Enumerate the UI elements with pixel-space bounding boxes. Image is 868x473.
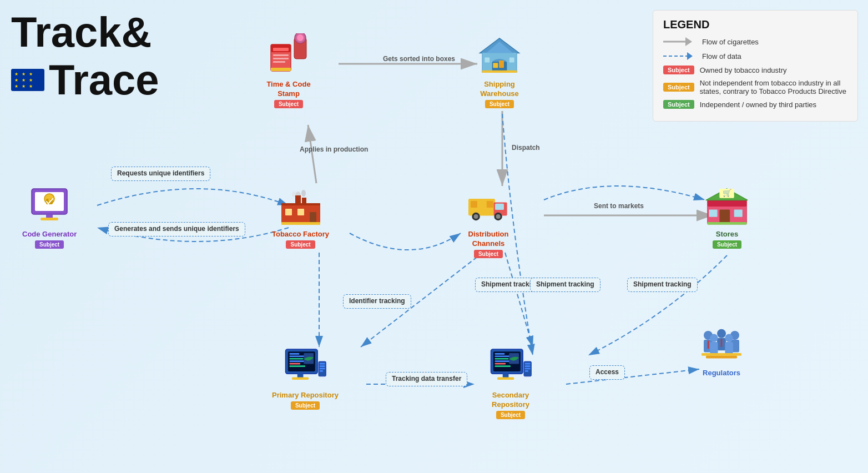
stores-icon: 🛒 bbox=[705, 183, 749, 228]
node-warehouse: Shipping Warehouse Subject bbox=[466, 33, 533, 108]
svg-rect-70 bbox=[290, 353, 300, 355]
secondary-repo-label: Secondary Repository bbox=[477, 391, 544, 410]
svg-rect-107 bbox=[710, 342, 718, 354]
legend-cigarettes-label: Flow of cigarettes bbox=[702, 38, 847, 46]
node-secondary-repo: Secondary Repository Subject bbox=[477, 344, 544, 419]
svg-rect-45 bbox=[509, 58, 514, 63]
badge-yellow-icon: Subject bbox=[663, 83, 694, 92]
svg-rect-83 bbox=[320, 370, 323, 372]
svg-rect-17 bbox=[46, 214, 53, 218]
svg-rect-25 bbox=[273, 54, 289, 56]
label-shipment2: Shipment tracking bbox=[530, 278, 600, 292]
secondary-repo-icon bbox=[488, 344, 533, 389]
svg-rect-72 bbox=[290, 358, 304, 360]
svg-rect-75 bbox=[290, 365, 305, 367]
primary-repo-icon bbox=[283, 344, 327, 389]
label-requests: Requests unique identifiers bbox=[111, 167, 210, 181]
factory-label: Tobacco Factory bbox=[272, 230, 329, 239]
legend-row-cigarettes: Flow of cigarettes bbox=[663, 37, 847, 47]
time-stamp-icon bbox=[266, 33, 311, 78]
svg-rect-36 bbox=[297, 209, 304, 215]
diagram-container: Track& Trace LEGEND Flow of cigarettes F… bbox=[0, 0, 868, 473]
svg-point-55 bbox=[496, 214, 501, 219]
secondary-repo-badge: Subject bbox=[496, 411, 525, 419]
svg-rect-24 bbox=[273, 48, 289, 51]
distribution-label: Distribution Channels bbox=[455, 230, 522, 249]
solid-arrow-icon bbox=[663, 37, 697, 47]
regulators-icon bbox=[699, 322, 744, 366]
svg-rect-93 bbox=[503, 374, 509, 378]
svg-rect-35 bbox=[285, 209, 292, 215]
svg-rect-57 bbox=[478, 201, 485, 208]
eu-flag-icon bbox=[11, 69, 44, 91]
svg-rect-26 bbox=[273, 58, 289, 59]
svg-rect-88 bbox=[495, 358, 509, 360]
svg-rect-67 bbox=[708, 222, 747, 225]
label-tracking-data: Tracking data transfer bbox=[386, 372, 467, 386]
regulators-label: Regulators bbox=[703, 369, 740, 378]
svg-rect-80 bbox=[320, 363, 325, 365]
dashed-arrow-icon bbox=[663, 51, 697, 61]
svg-rect-94 bbox=[497, 378, 514, 380]
svg-point-53 bbox=[474, 214, 478, 219]
svg-rect-90 bbox=[495, 363, 506, 365]
svg-rect-113 bbox=[706, 356, 737, 359]
badge-green-icon: Subject bbox=[663, 100, 694, 109]
svg-point-21 bbox=[297, 34, 304, 41]
label-dispatch: Dispatch bbox=[506, 142, 546, 155]
warehouse-badge: Subject bbox=[485, 100, 514, 108]
label-access: Access bbox=[589, 365, 625, 380]
svg-rect-65 bbox=[709, 210, 718, 217]
badge-red-icon: Subject bbox=[663, 66, 694, 74]
node-distribution: Distribution Channels Subject bbox=[455, 183, 522, 258]
code-generator-label: Code Generator bbox=[22, 230, 77, 239]
legend-row-independent: Subject Independent / owned by third par… bbox=[663, 100, 847, 109]
svg-rect-47 bbox=[499, 61, 504, 68]
label-sent-markets: Sent to markets bbox=[588, 200, 649, 213]
svg-rect-98 bbox=[525, 368, 531, 370]
svg-rect-99 bbox=[525, 370, 528, 372]
svg-rect-112 bbox=[702, 353, 741, 356]
logo-line1: Track& bbox=[11, 8, 152, 56]
legend-data-label: Flow of data bbox=[702, 52, 847, 61]
legend-title: LEGEND bbox=[663, 18, 847, 31]
svg-rect-74 bbox=[290, 363, 301, 365]
svg-rect-56 bbox=[471, 201, 477, 208]
distribution-badge: Subject bbox=[474, 250, 503, 258]
svg-rect-27 bbox=[273, 61, 285, 63]
node-time-stamp: Time & Code Stamp Subject bbox=[255, 33, 322, 108]
logo-line2: Trace bbox=[49, 56, 159, 104]
svg-point-104 bbox=[717, 329, 726, 338]
svg-rect-38 bbox=[281, 203, 320, 205]
stores-badge: Subject bbox=[713, 240, 741, 249]
distribution-icon bbox=[466, 183, 511, 228]
logo-area: Track& Trace bbox=[11, 11, 166, 104]
primary-repo-badge: Subject bbox=[291, 401, 320, 410]
svg-rect-58 bbox=[487, 201, 493, 208]
svg-text:🛒: 🛒 bbox=[723, 188, 732, 198]
svg-rect-97 bbox=[525, 365, 531, 367]
legend-box: LEGEND Flow of cigarettes Flow of data S… bbox=[653, 10, 858, 122]
svg-line-8 bbox=[505, 253, 533, 347]
svg-point-108 bbox=[725, 334, 733, 342]
time-stamp-badge: Subject bbox=[274, 100, 303, 108]
time-stamp-label: Time & Code Stamp bbox=[255, 80, 322, 99]
svg-rect-39 bbox=[281, 222, 320, 225]
primary-repo-label: Primary Repository bbox=[272, 391, 339, 400]
label-generates: Generates and sends unique identifiers bbox=[108, 222, 245, 236]
warehouse-label: Shipping Warehouse bbox=[466, 80, 533, 99]
svg-point-106 bbox=[710, 334, 718, 342]
svg-rect-28 bbox=[271, 68, 291, 71]
code-generator-badge: Subject bbox=[35, 240, 64, 249]
svg-rect-48 bbox=[482, 71, 517, 73]
svg-rect-86 bbox=[495, 353, 505, 355]
label-applies: Applies in production bbox=[294, 143, 374, 157]
node-regulators: Regulators bbox=[699, 322, 744, 378]
svg-rect-81 bbox=[320, 365, 325, 367]
svg-rect-77 bbox=[297, 374, 304, 378]
svg-rect-96 bbox=[525, 363, 531, 365]
svg-rect-46 bbox=[493, 63, 498, 68]
svg-rect-64 bbox=[719, 210, 730, 224]
legend-row-data: Flow of data bbox=[663, 51, 847, 61]
svg-rect-44 bbox=[485, 58, 489, 63]
